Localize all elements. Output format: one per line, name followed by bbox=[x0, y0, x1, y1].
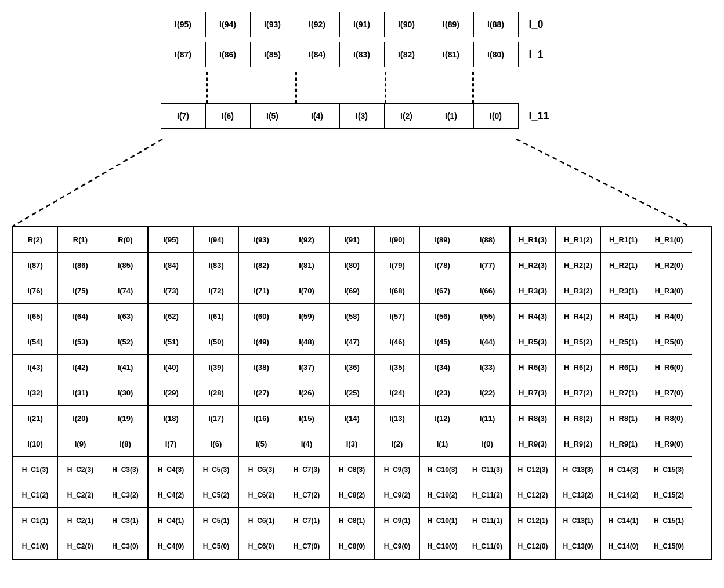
top-row-0: I(95) I(94) I(93) I(92) I(91) I(90) I(89… bbox=[161, 12, 519, 37]
table-row: R(2)R(1)R(0)I(95)I(94)I(93)I(92)I(91)I(9… bbox=[13, 227, 711, 253]
table-cell: I(28) bbox=[194, 380, 239, 406]
table-cell: H_C15(1) bbox=[646, 508, 692, 533]
top-cell: I(1) bbox=[429, 104, 474, 128]
table-cell: H_C6(0) bbox=[239, 533, 284, 559]
table-cell: H_C6(1) bbox=[239, 508, 284, 533]
table-cell: I(38) bbox=[239, 355, 284, 380]
table-cell: I(81) bbox=[284, 253, 330, 278]
vertical-dash-icon bbox=[385, 72, 386, 103]
vertical-dash-icon bbox=[295, 72, 297, 103]
table-cell: H_R2(2) bbox=[556, 253, 601, 278]
top-cell: I(7) bbox=[161, 104, 206, 128]
diagram-container: I(95) I(94) I(93) I(92) I(91) I(90) I(89… bbox=[12, 12, 712, 560]
table-cell: I(14) bbox=[330, 406, 375, 431]
table-cell: I(69) bbox=[330, 278, 375, 304]
table-cell: H_R6(0) bbox=[646, 355, 692, 380]
top-cell: I(83) bbox=[340, 42, 385, 67]
table-cell: I(59) bbox=[284, 304, 330, 329]
top-row-2: I(7) I(6) I(5) I(4) I(3) I(2) I(1) I(0) bbox=[161, 103, 519, 129]
table-cell: I(35) bbox=[375, 355, 420, 380]
table-cell: I(1) bbox=[420, 431, 465, 457]
table-cell: H_R9(0) bbox=[646, 431, 692, 457]
table-cell: H_C15(2) bbox=[646, 482, 692, 508]
table-cell: H_R2(3) bbox=[511, 253, 556, 278]
table-cell: H_C11(1) bbox=[465, 508, 511, 533]
table-row: H_C1(3)H_C2(3)H_C3(3)H_C4(3)H_C5(3)H_C6(… bbox=[13, 457, 711, 482]
table-row: H_C1(2)H_C2(2)H_C3(2)H_C4(2)H_C5(2)H_C6(… bbox=[13, 482, 711, 508]
table-cell: I(75) bbox=[58, 278, 103, 304]
top-cell: I(80) bbox=[474, 42, 518, 67]
top-cell: I(0) bbox=[474, 104, 518, 128]
table-cell: I(61) bbox=[194, 304, 239, 329]
table-cell: I(39) bbox=[194, 355, 239, 380]
table-cell: H_C1(3) bbox=[13, 457, 58, 482]
top-cell: I(88) bbox=[474, 12, 518, 37]
table-cell: I(93) bbox=[239, 227, 284, 253]
table-cell: I(29) bbox=[149, 380, 194, 406]
table-cell: H_C13(3) bbox=[556, 457, 601, 482]
table-cell: H_R6(1) bbox=[601, 355, 646, 380]
table-cell: I(10) bbox=[13, 431, 58, 457]
table-cell: I(4) bbox=[284, 431, 330, 457]
table-cell: I(45) bbox=[420, 329, 465, 355]
table-cell: I(58) bbox=[330, 304, 375, 329]
table-cell: I(57) bbox=[375, 304, 420, 329]
table-row: H_C1(0)H_C2(0)H_C3(0)H_C4(0)H_C5(0)H_C6(… bbox=[13, 533, 711, 559]
table-cell: H_C5(2) bbox=[194, 482, 239, 508]
table-cell: H_C2(0) bbox=[58, 533, 103, 559]
table-cell: I(16) bbox=[239, 406, 284, 431]
table-cell: I(44) bbox=[465, 329, 511, 355]
table-cell: I(66) bbox=[465, 278, 511, 304]
table-cell: H_R4(3) bbox=[511, 304, 556, 329]
table-cell: I(3) bbox=[330, 431, 375, 457]
table-cell: I(12) bbox=[420, 406, 465, 431]
table-cell: I(43) bbox=[13, 355, 58, 380]
table-row: H_C1(1)H_C2(1)H_C3(1)H_C4(1)H_C5(1)H_C6(… bbox=[13, 508, 711, 533]
table-row: I(43)I(42)I(41)I(40)I(39)I(38)I(37)I(36)… bbox=[13, 355, 711, 380]
table-cell: H_R9(3) bbox=[511, 431, 556, 457]
table-cell: I(37) bbox=[284, 355, 330, 380]
table-cell: H_R6(2) bbox=[556, 355, 601, 380]
table-cell: I(67) bbox=[420, 278, 465, 304]
table-cell: H_C3(0) bbox=[103, 533, 149, 559]
table-cell: I(82) bbox=[239, 253, 284, 278]
top-cell: I(4) bbox=[295, 104, 340, 128]
table-row: I(87)I(86)I(85)I(84)I(83)I(82)I(81)I(80)… bbox=[13, 253, 711, 278]
table-cell: I(94) bbox=[194, 227, 239, 253]
table-cell: I(36) bbox=[330, 355, 375, 380]
table-cell: H_C1(2) bbox=[13, 482, 58, 508]
table-cell: H_C3(3) bbox=[103, 457, 149, 482]
table-cell: H_C3(2) bbox=[103, 482, 149, 508]
table-cell: H_C4(1) bbox=[149, 508, 194, 533]
table-cell: H_R8(2) bbox=[556, 406, 601, 431]
top-cell: I(3) bbox=[340, 104, 385, 128]
table-row: I(54)I(53)I(52)I(51)I(50)I(49)I(48)I(47)… bbox=[13, 329, 711, 355]
table-cell: H_C10(2) bbox=[420, 482, 465, 508]
table-cell: I(62) bbox=[149, 304, 194, 329]
table-cell: I(78) bbox=[420, 253, 465, 278]
table-cell: I(41) bbox=[103, 355, 149, 380]
table-cell: I(90) bbox=[375, 227, 420, 253]
table-cell: H_C15(0) bbox=[646, 533, 692, 559]
table-cell: I(63) bbox=[103, 304, 149, 329]
table-cell: H_C11(0) bbox=[465, 533, 511, 559]
top-cell: I(92) bbox=[295, 12, 340, 37]
table-cell: H_C13(2) bbox=[556, 482, 601, 508]
table-cell: I(53) bbox=[58, 329, 103, 355]
table-cell: I(42) bbox=[58, 355, 103, 380]
top-row-0-wrapper: I(95) I(94) I(93) I(92) I(91) I(90) I(89… bbox=[161, 12, 564, 37]
table-cell: H_C9(1) bbox=[375, 508, 420, 533]
table-cell: I(2) bbox=[375, 431, 420, 457]
table-cell: I(11) bbox=[465, 406, 511, 431]
table-cell: H_C10(0) bbox=[420, 533, 465, 559]
table-cell: I(49) bbox=[239, 329, 284, 355]
top-cell: I(6) bbox=[206, 104, 251, 128]
table-cell: H_C14(3) bbox=[601, 457, 646, 482]
table-cell: I(87) bbox=[13, 253, 58, 278]
table-cell: H_R5(0) bbox=[646, 329, 692, 355]
table-cell: I(27) bbox=[239, 380, 284, 406]
table-cell: I(26) bbox=[284, 380, 330, 406]
table-cell: H_C3(1) bbox=[103, 508, 149, 533]
top-cell: I(2) bbox=[385, 104, 429, 128]
table-cell: I(50) bbox=[194, 329, 239, 355]
